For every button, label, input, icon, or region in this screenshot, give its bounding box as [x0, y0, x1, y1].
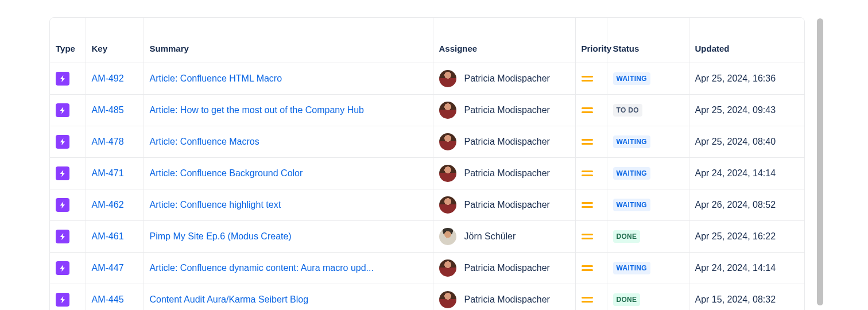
epic-type-icon[interactable]: [56, 293, 69, 307]
table-row: AM-478Article: Confluence MacrosPatricia…: [50, 126, 805, 157]
updated-date: Apr 24, 2024, 14:14: [695, 263, 776, 273]
avatar: [439, 133, 456, 150]
scrollbar[interactable]: [817, 18, 823, 305]
updated-date: Apr 24, 2024, 14:14: [695, 168, 776, 178]
status-badge[interactable]: TO DO: [613, 104, 642, 117]
priority-medium-icon: [582, 202, 593, 208]
assignee-name: Patricia Modispacher: [464, 168, 550, 179]
col-header-type[interactable]: Type: [50, 18, 86, 63]
assignee-cell[interactable]: Jörn Schüler: [439, 228, 569, 245]
assignee-cell[interactable]: Patricia Modispacher: [439, 70, 569, 87]
table-row: AM-462Article: Confluence highlight text…: [50, 189, 805, 220]
assignee-name: Patricia Modispacher: [464, 105, 550, 115]
updated-date: Apr 25, 2024, 16:36: [695, 73, 776, 83]
avatar: [439, 228, 456, 245]
assignee-name: Patricia Modispacher: [464, 294, 550, 305]
issue-summary-link[interactable]: Article: Confluence Background Color: [150, 168, 303, 178]
col-header-assignee[interactable]: Assignee: [433, 18, 575, 63]
priority-medium-icon: [582, 139, 593, 145]
col-header-key[interactable]: Key: [86, 18, 144, 63]
status-badge[interactable]: DONE: [613, 293, 641, 306]
issue-key-link[interactable]: AM-492: [92, 73, 124, 83]
status-badge[interactable]: WAITING: [613, 262, 650, 274]
priority-medium-icon: [582, 76, 593, 82]
epic-type-icon[interactable]: [56, 72, 69, 86]
table-row: AM-447Article: Confluence dynamic conten…: [50, 252, 805, 284]
updated-date: Apr 25, 2024, 09:43: [695, 105, 776, 115]
epic-type-icon[interactable]: [56, 261, 69, 275]
issue-key-link[interactable]: AM-462: [92, 200, 124, 210]
table-header-row: Type Key Summary Assignee Priority Statu…: [50, 18, 805, 63]
priority-medium-icon: [582, 265, 593, 271]
table-row: AM-461Pimp My Site Ep.6 (Modus Create)Jö…: [50, 220, 805, 252]
issue-summary-link[interactable]: Pimp My Site Ep.6 (Modus Create): [150, 231, 292, 241]
avatar: [439, 259, 456, 277]
assignee-name: Patricia Modispacher: [464, 263, 550, 273]
issue-key-link[interactable]: AM-485: [92, 105, 124, 115]
status-badge[interactable]: WAITING: [613, 167, 650, 180]
issue-key-link[interactable]: AM-447: [92, 263, 124, 273]
epic-type-icon[interactable]: [56, 135, 69, 149]
avatar: [439, 165, 456, 182]
assignee-name: Jörn Schüler: [464, 231, 516, 242]
col-header-priority[interactable]: Priority: [575, 18, 607, 63]
assignee-name: Patricia Modispacher: [464, 200, 550, 210]
table-row: AM-492Article: Confluence HTML MacroPatr…: [50, 63, 805, 94]
issue-key-link[interactable]: AM-445: [92, 294, 124, 304]
assignee-cell[interactable]: Patricia Modispacher: [439, 291, 569, 308]
status-badge[interactable]: WAITING: [613, 135, 650, 148]
epic-type-icon[interactable]: [56, 198, 69, 212]
avatar: [439, 102, 456, 119]
table-row: AM-445Content Audit Aura/Karma Seibert B…: [50, 284, 805, 310]
avatar: [439, 196, 456, 214]
assignee-name: Patricia Modispacher: [464, 137, 550, 147]
table-row: AM-485Article: How to get the most out o…: [50, 94, 805, 126]
priority-medium-icon: [582, 234, 593, 239]
epic-type-icon[interactable]: [56, 230, 69, 243]
priority-medium-icon: [582, 107, 593, 113]
updated-date: Apr 25, 2024, 16:22: [695, 231, 776, 241]
status-badge[interactable]: WAITING: [613, 199, 650, 211]
issue-key-link[interactable]: AM-471: [92, 168, 124, 178]
priority-medium-icon: [582, 297, 593, 303]
issue-table: Type Key Summary Assignee Priority Statu…: [49, 17, 805, 310]
issue-summary-link[interactable]: Article: Confluence Macros: [150, 137, 259, 146]
assignee-cell[interactable]: Patricia Modispacher: [439, 165, 569, 182]
updated-date: Apr 25, 2024, 08:40: [695, 137, 776, 146]
table-row: AM-471Article: Confluence Background Col…: [50, 157, 805, 189]
updated-date: Apr 26, 2024, 08:52: [695, 200, 776, 210]
priority-medium-icon: [582, 170, 593, 176]
issue-summary-link[interactable]: Content Audit Aura/Karma Seibert Blog: [150, 294, 309, 304]
col-header-updated[interactable]: Updated: [689, 18, 805, 63]
issue-summary-link[interactable]: Article: Confluence highlight text: [150, 200, 281, 210]
epic-type-icon[interactable]: [56, 166, 69, 180]
assignee-name: Patricia Modispacher: [464, 73, 550, 84]
status-badge[interactable]: WAITING: [613, 72, 650, 85]
col-header-status[interactable]: Status: [607, 18, 689, 63]
assignee-cell[interactable]: Patricia Modispacher: [439, 133, 569, 150]
assignee-cell[interactable]: Patricia Modispacher: [439, 102, 569, 119]
epic-type-icon[interactable]: [56, 103, 69, 117]
issue-summary-link[interactable]: Article: How to get the most out of the …: [150, 105, 365, 115]
updated-date: Apr 15, 2024, 08:32: [695, 294, 776, 304]
issue-key-link[interactable]: AM-461: [92, 231, 124, 241]
status-badge[interactable]: DONE: [613, 230, 641, 243]
avatar: [439, 291, 456, 308]
col-header-summary[interactable]: Summary: [144, 18, 433, 63]
issue-summary-link[interactable]: Article: Confluence dynamic content: Aur…: [150, 263, 374, 273]
assignee-cell[interactable]: Patricia Modispacher: [439, 259, 569, 277]
issue-summary-link[interactable]: Article: Confluence HTML Macro: [150, 73, 282, 83]
issue-key-link[interactable]: AM-478: [92, 137, 124, 146]
avatar: [439, 70, 456, 87]
assignee-cell[interactable]: Patricia Modispacher: [439, 196, 569, 214]
